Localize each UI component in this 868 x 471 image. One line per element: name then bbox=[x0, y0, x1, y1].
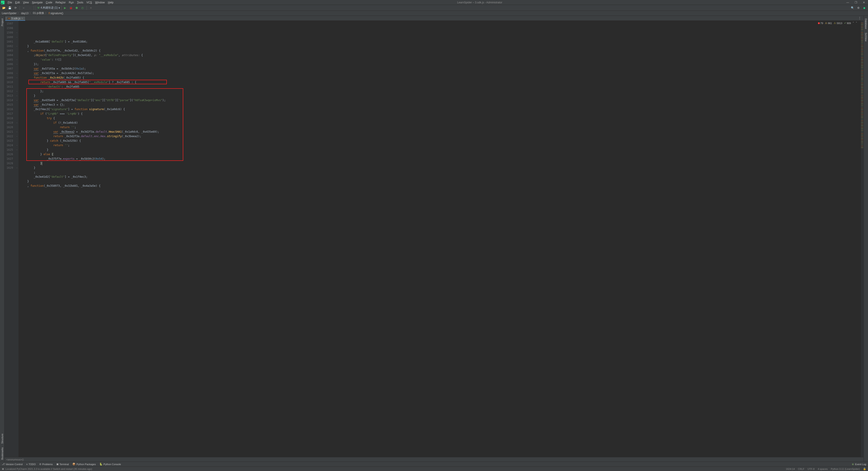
code-line[interactable]: , function(_0x375f7e, _0x3e41d2, _0x5b50… bbox=[21, 48, 861, 53]
stripe-mark[interactable] bbox=[861, 127, 863, 127]
stripe-mark[interactable] bbox=[861, 114, 863, 115]
fold-marker[interactable]: − bbox=[15, 35, 19, 39]
stripe-mark[interactable] bbox=[861, 67, 863, 67]
stripe-mark[interactable] bbox=[861, 119, 863, 120]
line-number[interactable]: 1616 bbox=[5, 107, 13, 111]
tool-window-version-control[interactable]: ⎇Version Control bbox=[2, 463, 23, 466]
caret-position[interactable]: 1624:14 bbox=[786, 468, 795, 470]
fold-marker[interactable] bbox=[15, 125, 19, 130]
stripe-mark[interactable] bbox=[861, 85, 863, 85]
code-line[interactable]: if (!_0x1a0dc6) bbox=[21, 121, 861, 125]
stripe-mark[interactable] bbox=[861, 69, 863, 69]
run-button[interactable]: ▶ bbox=[62, 5, 67, 10]
fold-marker[interactable]: − bbox=[15, 147, 19, 152]
fold-marker[interactable]: − bbox=[15, 166, 19, 170]
line-number[interactable]: 1607 bbox=[5, 66, 13, 71]
code-line[interactable]: if ("LrqHb" === 'LrqHb') { bbox=[21, 111, 861, 116]
tool-window-todo[interactable]: ≡TODO bbox=[26, 463, 36, 466]
code-line[interactable]: try { bbox=[21, 116, 861, 121]
code-line[interactable]: var _0x3beea2 = _0x3d2f3a.default.HmacSH… bbox=[21, 130, 861, 134]
code-line[interactable]: var _0x1f4ec3 = {}; bbox=[21, 102, 861, 107]
breadcrumb-item[interactable]: f signature() bbox=[49, 12, 63, 15]
interpreter[interactable]: Python 3.11 (LearnSpider) bbox=[831, 468, 860, 470]
fold-marker[interactable]: − bbox=[15, 89, 19, 94]
line-separator[interactable]: CRLF bbox=[798, 468, 804, 470]
code-line[interactable]: }; bbox=[21, 89, 861, 94]
event-log-button[interactable]: Event Log bbox=[855, 463, 866, 466]
debug-button[interactable]: 🐞 bbox=[68, 5, 73, 10]
stripe-mark[interactable] bbox=[861, 97, 863, 97]
line-number[interactable]: 1610 bbox=[5, 80, 13, 85]
menu-view[interactable]: View bbox=[22, 0, 30, 4]
line-number[interactable]: 1620 bbox=[5, 125, 13, 130]
tool-window-database[interactable]: Database bbox=[864, 17, 868, 31]
code-line[interactable]: } bbox=[21, 44, 861, 48]
stripe-mark[interactable] bbox=[861, 138, 863, 138]
menu-edit[interactable]: Edit bbox=[14, 0, 21, 4]
line-number[interactable]: 1624 bbox=[5, 143, 13, 147]
back-button[interactable]: ← bbox=[22, 5, 26, 10]
fold-marker[interactable] bbox=[15, 111, 19, 116]
code-line[interactable]: }); bbox=[21, 62, 861, 66]
code-line[interactable]: ;Object["defineProperty"](_0x3e41d2, p: … bbox=[21, 53, 861, 58]
stripe-mark[interactable] bbox=[861, 46, 863, 47]
stripe-mark[interactable] bbox=[861, 147, 863, 148]
coverage-button[interactable]: ⬢ bbox=[74, 5, 79, 10]
code-line[interactable]: } bbox=[21, 147, 861, 152]
fold-marker[interactable]: − bbox=[15, 71, 19, 75]
stripe-mark[interactable] bbox=[861, 143, 863, 143]
fold-marker[interactable] bbox=[15, 53, 19, 58]
line-number[interactable]: 1627 bbox=[5, 157, 13, 161]
line-number[interactable]: 1619 bbox=[5, 121, 13, 125]
tabs-menu-icon[interactable]: ⋮ bbox=[857, 16, 862, 21]
stripe-mark[interactable] bbox=[861, 48, 863, 48]
tool-window-python-packages[interactable]: 📦Python Packages bbox=[72, 463, 96, 466]
encoding[interactable]: UTF-8 bbox=[808, 468, 814, 470]
fold-marker[interactable] bbox=[15, 157, 19, 161]
code-line[interactable]: } catch (_0x2a325b) { bbox=[21, 138, 861, 143]
stripe-mark[interactable] bbox=[861, 25, 863, 25]
profile-button[interactable]: ◴ bbox=[80, 5, 85, 10]
stripe-mark[interactable] bbox=[861, 32, 863, 33]
fold-marker[interactable] bbox=[15, 48, 19, 53]
code-line[interactable]: } bbox=[21, 166, 861, 170]
code-line[interactable]: , function(_0x358973, _0x32bdd1, _0x4a3a… bbox=[21, 183, 861, 188]
inspection-summary[interactable]: 79 ⚠961 ⚠5913 ✔909 ˄ ˅ bbox=[818, 22, 857, 25]
stripe-mark[interactable] bbox=[861, 29, 863, 30]
fold-marker[interactable] bbox=[15, 102, 19, 107]
fold-marker[interactable]: − bbox=[15, 58, 19, 62]
tool-window-python-console[interactable]: 🐍Python Console bbox=[99, 463, 121, 466]
fold-marker[interactable]: − bbox=[15, 30, 19, 35]
stripe-mark[interactable] bbox=[861, 106, 863, 107]
code-line[interactable]: _0x375f7e.exports = _0x5b50c2(0x54); bbox=[21, 157, 861, 161]
line-number[interactable]: 1602 bbox=[5, 44, 13, 48]
line-number[interactable]: 1618 bbox=[5, 116, 13, 121]
close-button[interactable]: ✕ bbox=[861, 0, 867, 5]
menu-refactor[interactable]: Refactor bbox=[54, 0, 67, 4]
search-everywhere-button[interactable]: 🔍 bbox=[850, 5, 855, 10]
menu-file[interactable]: File bbox=[6, 0, 13, 4]
stripe-mark[interactable] bbox=[861, 28, 863, 28]
menu-navigate[interactable]: Navigate bbox=[31, 0, 44, 4]
stripe-mark[interactable] bbox=[861, 83, 863, 83]
fold-marker[interactable]: − bbox=[15, 94, 19, 98]
line-number[interactable]: 1611 bbox=[5, 85, 13, 89]
stripe-mark[interactable] bbox=[861, 34, 863, 34]
line-number[interactable]: 1621 bbox=[5, 130, 13, 134]
editor[interactable]: 79 ⚠961 ⚠5913 ✔909 ˄ ˅ 15971598159916001… bbox=[4, 21, 864, 457]
tool-window-structure[interactable]: Structure bbox=[0, 432, 4, 445]
stripe-mark[interactable] bbox=[861, 103, 863, 104]
fold-marker[interactable] bbox=[15, 152, 19, 157]
line-number[interactable]: 1598 bbox=[5, 26, 13, 30]
stripe-mark[interactable] bbox=[861, 92, 863, 93]
breadcrumb-item[interactable]: day13 bbox=[21, 12, 28, 15]
line-number[interactable]: 1599 bbox=[5, 30, 13, 35]
sync-button[interactable]: ⟳ bbox=[13, 5, 18, 10]
minimize-button[interactable]: — bbox=[844, 0, 851, 5]
line-number[interactable]: 1617 bbox=[5, 111, 13, 116]
fold-marker[interactable]: − bbox=[15, 143, 19, 147]
stop-button[interactable]: ■ bbox=[88, 5, 93, 10]
stripe-mark[interactable] bbox=[861, 42, 863, 42]
breadcrumbs-bar[interactable]: <anonymous>() bbox=[4, 457, 864, 462]
menu-tools[interactable]: Tools bbox=[75, 0, 85, 4]
